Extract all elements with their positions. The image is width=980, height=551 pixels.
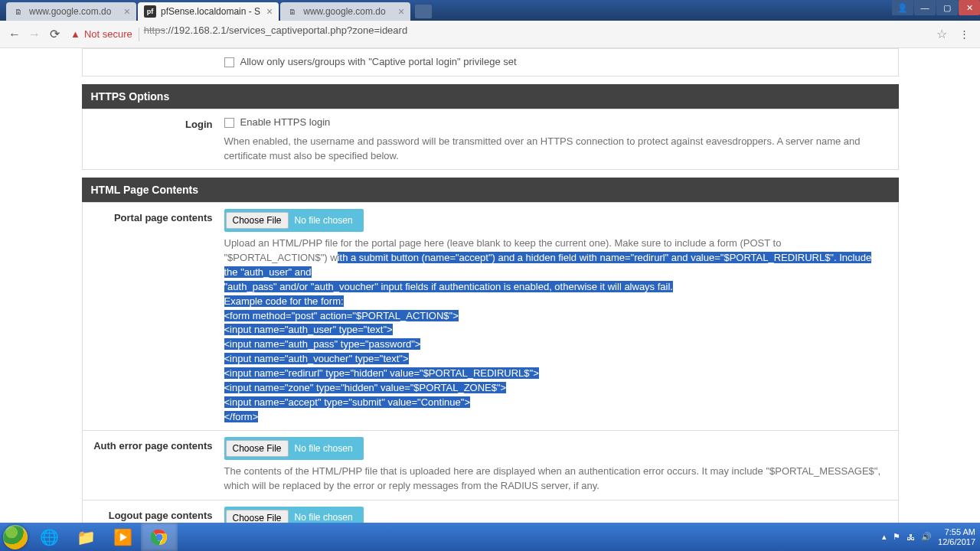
login-label: Login <box>83 116 224 164</box>
https-options-header: HTTPS Options <box>82 84 899 109</box>
page-icon: 🗎 <box>286 5 299 18</box>
system-tray[interactable]: ▴ ⚑ 🖧 🔊 7:55 AM 12/6/2017 <box>882 527 980 546</box>
help-text: Upload an HTML/PHP file for the portal p… <box>224 236 887 424</box>
windows-icon <box>3 525 28 549</box>
help-text: The contents of the HTML/PHP file that i… <box>224 465 887 494</box>
checkbox-icon[interactable] <box>224 57 234 67</box>
browser-tab[interactable]: pf pfSense.localdomain - S × <box>138 2 279 21</box>
enable-https-checkbox-row[interactable]: Enable HTTPS login <box>224 116 887 130</box>
html-page-contents-header: HTML Page Contents <box>82 178 899 202</box>
menu-icon[interactable]: ⋮ <box>953 28 975 40</box>
file-status: No file chosen <box>289 511 364 523</box>
close-icon[interactable]: × <box>260 5 273 18</box>
page-viewport[interactable]: Allow only users/groups with "Captive po… <box>0 48 980 523</box>
tab-title: pfSense.localdomain - S <box>161 6 260 17</box>
taskbar: 🌐 📁 ▶️ ▴ ⚑ 🖧 🔊 7:55 AM 12/6/2017 <box>0 523 980 551</box>
window-close-button[interactable]: ✕ <box>959 0 980 15</box>
file-status: No file chosen <box>289 442 364 455</box>
choose-file-button[interactable]: Choose File <box>226 510 289 523</box>
tab-title: www.google.com.do <box>29 6 111 17</box>
taskbar-media-icon[interactable]: ▶️ <box>104 523 141 551</box>
help-text: When enabled, the username and password … <box>224 135 887 164</box>
volume-icon[interactable]: 🔊 <box>921 532 932 542</box>
network-icon[interactable]: 🖧 <box>906 533 915 542</box>
svg-point-2 <box>156 534 162 540</box>
file-status: No file chosen <box>289 214 364 227</box>
minimize-button[interactable]: — <box>914 0 936 15</box>
browser-tab[interactable]: 🗎 www.google.com.do × <box>280 2 410 21</box>
close-icon[interactable]: × <box>118 5 130 18</box>
logout-page-row: Logout page contents Choose File No file… <box>82 500 899 523</box>
checkbox-icon[interactable] <box>224 118 234 128</box>
back-button[interactable]: ← <box>5 24 24 44</box>
portal-page-label: Portal page contents <box>83 209 224 424</box>
taskbar-chrome-icon[interactable] <box>141 523 178 551</box>
forward-button[interactable]: → <box>24 24 44 44</box>
start-button[interactable] <box>0 523 31 551</box>
file-input[interactable]: Choose File No file chosen <box>224 209 364 232</box>
logout-page-label: Logout page contents <box>83 507 224 523</box>
url-input[interactable]: https://192.168.2.1/services_captiveport… <box>139 24 930 44</box>
page-icon: 🗎 <box>12 5 24 18</box>
tab-title: www.google.com.do <box>303 6 385 17</box>
privilege-row: Allow only users/groups with "Captive po… <box>82 48 899 77</box>
file-input[interactable]: Choose File No file chosen <box>224 507 364 523</box>
warning-icon: ▲ <box>70 28 80 40</box>
browser-tab[interactable]: 🗎 www.google.com.do × <box>6 2 136 21</box>
clock[interactable]: 7:55 AM 12/6/2017 <box>938 527 975 546</box>
choose-file-button[interactable]: Choose File <box>226 212 289 229</box>
user-icon[interactable]: 👤 <box>892 0 913 15</box>
tray-up-icon[interactable]: ▴ <box>882 532 887 542</box>
privilege-checkbox-row[interactable]: Allow only users/groups with "Captive po… <box>224 55 887 70</box>
bookmark-icon[interactable]: ☆ <box>930 27 953 41</box>
security-indicator[interactable]: ▲ Not secure <box>64 28 139 40</box>
close-icon[interactable]: × <box>392 5 404 18</box>
taskbar-ie-icon[interactable]: 🌐 <box>31 523 67 551</box>
https-login-row: Login Enable HTTPS login When enabled, t… <box>82 109 899 171</box>
taskbar-explorer-icon[interactable]: 📁 <box>67 523 104 551</box>
new-tab-button[interactable] <box>415 5 432 18</box>
file-input[interactable]: Choose File No file chosen <box>224 437 364 460</box>
maximize-button[interactable]: ▢ <box>936 0 958 15</box>
browser-titlebar: 🗎 www.google.com.do × pf pfSense.localdo… <box>0 0 980 21</box>
flag-icon[interactable]: ⚑ <box>893 532 900 542</box>
choose-file-button[interactable]: Choose File <box>226 440 289 457</box>
pfsense-icon: pf <box>144 5 156 18</box>
auth-error-row: Auth error page contents Choose File No … <box>82 431 899 500</box>
reload-button[interactable]: ⟳ <box>44 24 64 44</box>
address-bar: ← → ⟳ ▲ Not secure https://192.168.2.1/s… <box>0 21 980 48</box>
auth-error-label: Auth error page contents <box>83 437 224 494</box>
portal-page-row: Portal page contents Choose File No file… <box>82 202 899 431</box>
